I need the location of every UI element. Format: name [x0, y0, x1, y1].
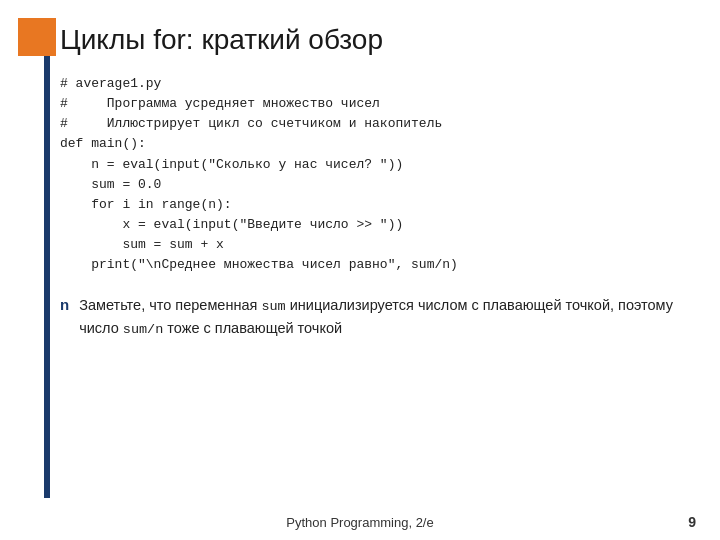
- orange-square-decoration: [18, 18, 56, 56]
- bullet-marker: n: [60, 296, 69, 313]
- bullet-text: Заметьте, что переменная sum инициализир…: [79, 295, 696, 340]
- footer-label: Python Programming, 2/e: [0, 515, 720, 530]
- blue-bar-decoration: [44, 18, 50, 498]
- bullet-item: n Заметьте, что переменная sum инициализ…: [60, 295, 696, 340]
- bullet-code-sum-n: sum/n: [123, 322, 164, 337]
- code-block: # average1.py # Программа усредняет множ…: [60, 74, 696, 275]
- bullet-text-after: тоже с плавающей точкой: [163, 320, 342, 336]
- main-content: Циклы for: краткий обзор # average1.py #…: [60, 18, 696, 500]
- bullet-code-sum: sum: [261, 299, 285, 314]
- slide-title: Циклы for: краткий обзор: [60, 24, 696, 56]
- footer-page-number: 9: [688, 514, 696, 530]
- bullet-text-before: Заметьте, что переменная: [79, 297, 261, 313]
